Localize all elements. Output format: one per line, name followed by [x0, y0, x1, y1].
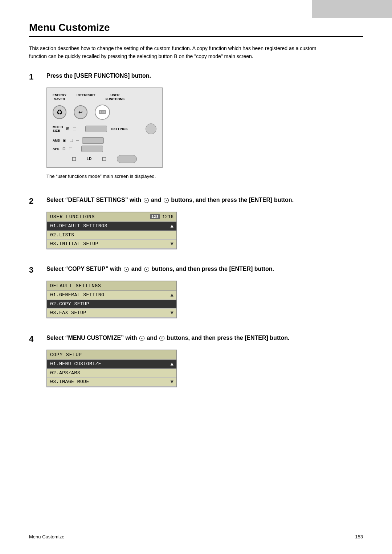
lcd-screen-step2: USER FUNCTIONS 123 1216 01.DEFAULT SETTI… — [46, 212, 177, 249]
lcd-row-step3-0: 01.GENERAL SETTING ▲ — [47, 291, 176, 300]
bottom-checkbox-right — [102, 157, 106, 161]
step-3-number: 3 — [29, 265, 40, 275]
lcd-badge-step2: 123 — [150, 214, 160, 219]
kb-label-user-functions: USER FUNCTIONS — [106, 93, 125, 101]
step-2-content: Select “DEFAULT SETTINGS” with and butto… — [46, 196, 363, 252]
footer-title: Menu Customize — [29, 534, 65, 539]
lcd-scroll-down-step3: ▼ — [171, 310, 173, 316]
keyboard-panel: ENERGY SAVER INTERRUPT USER FUNCTIONS — [46, 87, 163, 168]
page-footer: Menu Customize 153 — [29, 531, 363, 539]
up-button-icon-step3 — [124, 267, 129, 272]
footer-page: 153 — [355, 534, 363, 539]
lcd-row-text-step4-2: 03.IMAGE MODE — [50, 379, 169, 384]
aps-rect-btn[interactable] — [81, 146, 103, 152]
ams-checkbox — [70, 139, 73, 142]
step-1-content: Press the [USER FUNCTIONS] button. ENERG… — [46, 72, 363, 183]
lcd-scroll-down-step2: ▼ — [171, 241, 173, 247]
intro-paragraph: This section describes how to change the… — [29, 44, 327, 61]
lcd-row-step2-1: 02.LISTS — [47, 231, 176, 240]
ams-icon: ▣ — [63, 138, 66, 142]
lcd-row-text-step4-0: 01.MENU CUSTOMIZE — [50, 361, 169, 367]
kb-labels: ENERGY SAVER INTERRUPT USER FUNCTIONS — [53, 93, 124, 101]
lcd-row-text-step3-2: 03.FAX SETUP — [50, 310, 169, 315]
up-button-icon — [144, 198, 149, 203]
lcd-row-text-step2-1: 02.LISTS — [50, 232, 173, 238]
energy-saver-button[interactable]: ♻ — [53, 105, 66, 119]
up-button-icon-step4 — [139, 336, 144, 341]
bottom-checkbox-left — [72, 157, 76, 161]
mixed-size-icon: ⊞ — [66, 126, 69, 131]
step-4-instruction: Select “MENU CUSTOMIZE” with and buttons… — [46, 334, 363, 342]
step-1-number: 1 — [29, 72, 40, 82]
mixed-size-rect-btn[interactable] — [85, 126, 107, 132]
lcd-scroll-up-step3: ▲ — [171, 292, 173, 298]
kb-bottom-row: LD — [53, 155, 156, 163]
interrupt-button[interactable]: ↩ — [74, 105, 87, 119]
kb-buttons-row: ♻ ↩ 123 — [53, 105, 156, 120]
step-1-instruction: Press the [USER FUNCTIONS] button. — [46, 72, 363, 80]
lcd-row-step4-2: 03.IMAGE MODE ▼ — [47, 378, 176, 387]
mixed-size-label: MIXEDSIZE — [53, 125, 63, 133]
lcd-screen-step4: COPY SETUP 01.MENU CUSTOMIZE ▲ 02.APS/AM… — [46, 350, 177, 387]
lcd-row-step3-1: 02.COPY SETUP — [47, 300, 176, 309]
lcd-header-step2: USER FUNCTIONS 123 1216 — [47, 212, 176, 222]
aps-icon: ⊡ — [62, 147, 65, 151]
lcd-page-step2: 1216 — [162, 214, 173, 220]
kb-labels-row: ENERGY SAVER INTERRUPT USER FUNCTIONS — [53, 93, 156, 101]
num-badge: 123 — [99, 110, 106, 114]
step-4-number: 4 — [29, 334, 40, 344]
step-3: 3 Select “COPY SETUP” with and buttons, … — [29, 265, 363, 321]
step-1-subcaption: The “user functions mode” main screen is… — [46, 174, 363, 179]
step-1: 1 Press the [USER FUNCTIONS] button. ENE… — [29, 72, 363, 183]
aps-checkbox — [69, 147, 72, 150]
lcd-row-step2-2: 03.INITIAL SETUP ▼ — [47, 240, 176, 249]
lcd-row-step3-2: 03.FAX SETUP ▼ — [47, 309, 176, 318]
down-button-icon-step4 — [159, 336, 164, 341]
lcd-scroll-down-step4: ▼ — [171, 379, 173, 385]
step-3-content: Select “COPY SETUP” with and buttons, an… — [46, 265, 363, 321]
ams-rect-btn[interactable] — [82, 137, 104, 144]
lcd-row-step4-0: 01.MENU CUSTOMIZE ▲ — [47, 360, 176, 369]
lcd-row-text-step3-1: 02.COPY SETUP — [50, 301, 173, 307]
kb-aps-row: APS ⊡ — — [53, 146, 156, 152]
step-3-instruction: Select “COPY SETUP” with and buttons, an… — [46, 265, 363, 273]
step-2-instruction: Select “DEFAULT SETTINGS” with and butto… — [46, 196, 363, 204]
interrupt-icon: ↩ — [78, 109, 83, 115]
user-functions-button[interactable]: 123 — [95, 105, 110, 120]
lcd-row-text-step2-0: 01.DEFAULT SETTINGS — [50, 223, 169, 229]
lcd-row-step4-1: 02.APS/AMS — [47, 369, 176, 378]
mixed-size-checkbox — [73, 127, 76, 130]
lcd-title-row-step3: DEFAULT SETTINGS — [47, 281, 176, 291]
step-2-number: 2 — [29, 196, 40, 206]
ld-label: LD — [87, 157, 91, 161]
kb-ams-row: AMS ▣ — — [53, 137, 156, 144]
down-button-icon — [164, 198, 169, 203]
lcd-row-text-step3-0: 01.GENERAL SETTING — [50, 292, 169, 298]
step-4-content: Select “MENU CUSTOMIZE” with and buttons… — [46, 334, 363, 390]
kb-label-interrupt: INTERRUPT — [77, 93, 95, 101]
page-title: Menu Customize — [29, 22, 363, 37]
lcd-row-text-step2-2: 03.INITIAL SETUP — [50, 241, 169, 247]
kb-label-energy: ENERGY SAVER — [53, 93, 66, 101]
lcd-row-step2-0: 01.DEFAULT SETTINGS ▲ — [47, 222, 176, 231]
aps-label: APS — [53, 147, 60, 151]
lcd-screen-step3: DEFAULT SETTINGS 01.GENERAL SETTING ▲ 02… — [46, 281, 177, 318]
kb-mixed-size-row: MIXEDSIZE ⊞ — SETTINGS — [53, 123, 156, 134]
spiral-icon: ♻ — [56, 108, 63, 117]
settings-round-button[interactable] — [146, 123, 156, 134]
lcd-scroll-up-step2: ▲ — [171, 223, 173, 229]
top-decorative-bar — [312, 0, 392, 18]
lcd-title-step2: USER FUNCTIONS — [50, 214, 95, 220]
settings-label: SETTINGS — [111, 127, 128, 131]
lcd-scroll-up-step4: ▲ — [171, 361, 173, 367]
step-2: 2 Select “DEFAULT SETTINGS” with and but… — [29, 196, 363, 252]
lcd-title-row-step4: COPY SETUP — [47, 350, 176, 360]
ams-label: AMS — [53, 139, 60, 142]
step-4: 4 Select “MENU CUSTOMIZE” with and butto… — [29, 334, 363, 390]
curved-btn[interactable] — [117, 155, 137, 163]
down-button-icon-step3 — [144, 267, 149, 272]
lcd-row-text-step4-1: 02.APS/AMS — [50, 370, 173, 376]
